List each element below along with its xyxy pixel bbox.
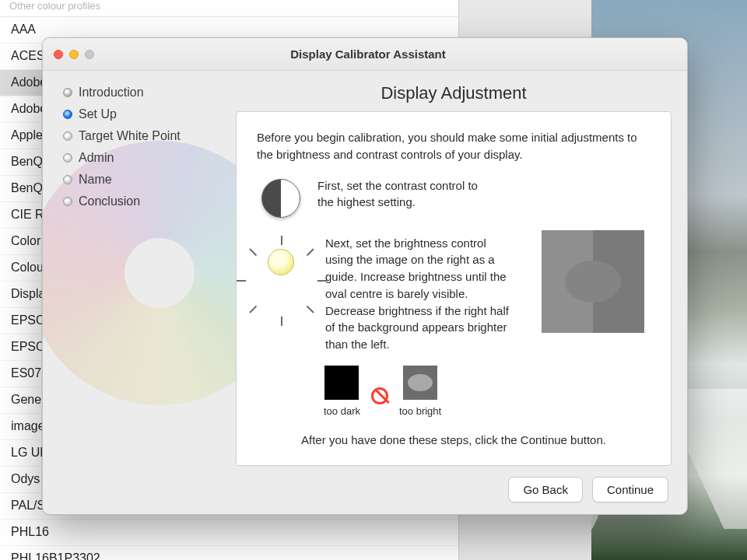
window-title: Display Calibrator Assistant xyxy=(100,47,636,61)
step-label: Introduction xyxy=(79,86,144,100)
step-dot-icon xyxy=(63,175,72,184)
too-dark-label: too dark xyxy=(324,404,360,419)
zoom-icon xyxy=(85,50,94,59)
page-title: Display Adjustment xyxy=(236,83,672,103)
calibrator-dialog: Display Calibrator Assistant Introductio… xyxy=(42,37,688,515)
brightness-icon xyxy=(254,235,308,289)
minimize-icon[interactable] xyxy=(69,50,79,59)
step-label: Target White Point xyxy=(79,129,181,143)
prohibited-icon xyxy=(371,387,388,404)
profiles-section-header: Other colour profiles xyxy=(0,0,458,17)
too-bright-swatch xyxy=(403,366,437,400)
profile-item[interactable]: PHL16 xyxy=(0,520,458,546)
step-item: Introduction xyxy=(63,82,223,103)
step-item: Conclusion xyxy=(63,191,223,212)
brightness-guide-image xyxy=(542,230,644,333)
step-label: Name xyxy=(79,173,112,187)
brightness-samples: too dark too bright xyxy=(324,366,651,419)
close-icon[interactable] xyxy=(54,50,63,59)
step-list: IntroductionSet UpTarget White PointAdmi… xyxy=(63,82,223,212)
step-sidebar: IntroductionSet UpTarget White PointAdmi… xyxy=(43,71,236,514)
step-item: Name xyxy=(63,169,223,191)
dialog-buttons: Go Back Continue xyxy=(236,466,672,502)
step-dot-icon xyxy=(63,88,72,97)
content-panel: Before you begin calibration, you should… xyxy=(236,111,672,466)
step-item: Target White Point xyxy=(63,125,223,147)
contrast-icon xyxy=(261,179,300,218)
titlebar: Display Calibrator Assistant xyxy=(43,38,687,71)
window-controls xyxy=(54,50,94,59)
step-dot-icon xyxy=(63,153,72,163)
go-back-button[interactable]: Go Back xyxy=(508,477,583,502)
brightness-text: Next, set the brightness control using t… xyxy=(325,235,512,353)
outro-text: After you have done these steps, click t… xyxy=(257,432,651,449)
step-label: Set Up xyxy=(79,107,117,121)
step-item: Set Up xyxy=(63,103,223,125)
step-label: Admin xyxy=(79,151,114,165)
profile-item[interactable]: PHL16B1P3302 xyxy=(0,546,458,560)
too-bright-label: too bright xyxy=(399,404,441,419)
too-dark-swatch xyxy=(324,366,359,400)
intro-text: Before you begin calibration, you should… xyxy=(257,129,651,163)
continue-button[interactable]: Continue xyxy=(592,477,668,502)
step-dot-icon xyxy=(63,131,72,141)
step-dot-icon xyxy=(63,110,72,119)
step-label: Conclusion xyxy=(79,194,140,208)
step-dot-icon xyxy=(63,197,72,206)
contrast-text: First, set the contrast control to the h… xyxy=(317,177,496,212)
step-item: Admin xyxy=(63,147,223,169)
